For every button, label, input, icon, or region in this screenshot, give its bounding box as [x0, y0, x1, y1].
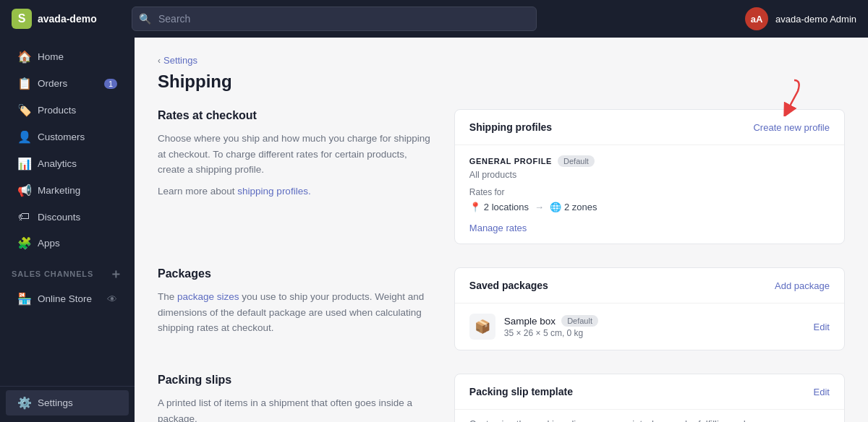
- sidebar-item-label: Discounts: [38, 212, 80, 223]
- edit-package-link[interactable]: Edit: [814, 322, 830, 332]
- add-channel-icon[interactable]: ＋: [109, 265, 123, 283]
- content-rows: Rates at checkout Choose where you ship …: [158, 109, 845, 422]
- saved-packages-title: Saved packages: [469, 280, 548, 291]
- sidebar-item-label: Settings: [38, 397, 73, 408]
- layout: 🏠 Home 📋 Orders 1 🏷️ Products 👤 Customer…: [0, 38, 868, 422]
- arrow-icon: →: [535, 202, 544, 212]
- rates-info: 📍 2 locations → 🌐 2 zones: [469, 202, 830, 212]
- saved-packages-card: Saved packages Add package 📦 Sample box …: [454, 267, 845, 350]
- brand-name: avada-demo: [38, 13, 97, 25]
- sidebar-item-orders[interactable]: 📋 Orders 1: [6, 71, 129, 96]
- channels-section-label: SALES CHANNELS ＋: [0, 257, 135, 285]
- analytics-icon: 📊: [17, 157, 30, 171]
- add-package-button[interactable]: Add package: [775, 280, 830, 291]
- location-icon: 📍: [469, 202, 481, 212]
- sidebar-item-settings[interactable]: ⚙️ Settings: [6, 390, 129, 415]
- profile-label: GENERAL PROFILE: [469, 157, 552, 165]
- top-nav: S avada-demo 🔍 aA avada-demo Admin: [0, 0, 868, 38]
- search-bar: 🔍: [132, 7, 537, 31]
- discounts-icon: 🏷: [17, 210, 30, 223]
- sidebar-item-customers[interactable]: 👤 Customers: [6, 124, 129, 150]
- rates-learn: Learn more about shipping profiles.: [158, 184, 437, 199]
- rates-body: Choose where you ship and how much you c…: [158, 131, 437, 178]
- package-dims: 35 × 26 × 5 cm, 0 kg: [504, 328, 805, 338]
- zones-text: 2 zones: [564, 202, 597, 212]
- channels-label-text: SALES CHANNELS: [12, 270, 93, 278]
- profile-badge: Default: [558, 155, 595, 167]
- globe-icon: 🌐: [550, 202, 561, 212]
- sidebar: 🏠 Home 📋 Orders 1 🏷️ Products 👤 Customer…: [0, 38, 135, 422]
- edit-packing-slip-button[interactable]: Edit: [814, 387, 830, 397]
- packages-row: Packages The package sizes you use to sh…: [158, 267, 845, 350]
- sidebar-item-products[interactable]: 🏷️ Products: [6, 98, 129, 123]
- rates-row: Rates at checkout Choose where you ship …: [158, 109, 845, 244]
- packages-desc: Packages The package sizes you use to sh…: [158, 267, 437, 350]
- packing-slip-template-title: Packing slip template: [469, 386, 573, 397]
- manage-rates-link[interactable]: Manage rates: [455, 223, 844, 244]
- profile-header: GENERAL PROFILE Default: [469, 155, 830, 167]
- packing-slips-title: Packing slips: [158, 374, 437, 387]
- home-icon: 🏠: [17, 50, 30, 64]
- sidebar-item-label: Customers: [38, 132, 85, 142]
- sidebar-item-analytics[interactable]: 📊 Analytics: [6, 151, 129, 176]
- package-row: 📦 Sample box Default 35 × 26 × 5 cm, 0 k…: [455, 303, 844, 350]
- sidebar-item-label: Apps: [38, 238, 60, 249]
- rates-for-label: Rates for: [469, 187, 830, 197]
- sidebar-item-home[interactable]: 🏠 Home: [6, 44, 129, 69]
- sidebar-item-marketing[interactable]: 📢 Marketing: [6, 178, 129, 203]
- packages-title: Packages: [158, 267, 437, 280]
- eye-icon[interactable]: 👁: [107, 293, 117, 305]
- brand-icon: S: [12, 9, 32, 29]
- main-content: ‹ Settings Shipping Rates at checkout Ch…: [135, 38, 868, 422]
- create-new-profile-button[interactable]: Create new profile: [753, 122, 830, 133]
- sidebar-item-label: Analytics: [38, 158, 77, 169]
- apps-icon: 🧩: [17, 236, 30, 250]
- products-icon: 🏷️: [17, 103, 30, 117]
- sidebar-bottom: ⚙️ Settings: [0, 386, 135, 416]
- online-store-icon: 🏪: [17, 292, 30, 306]
- rates-desc: Rates at checkout Choose where you ship …: [158, 109, 437, 244]
- packing-slips-row: Packing slips A printed list of items in…: [158, 374, 845, 422]
- chevron-icon: ‹: [158, 56, 161, 66]
- packing-slips-desc: Packing slips A printed list of items in…: [158, 374, 437, 422]
- sidebar-item-label: Orders: [38, 78, 67, 89]
- shipping-profiles-card: Shipping profiles Create new profile GEN…: [454, 109, 845, 244]
- marketing-icon: 📢: [17, 184, 30, 197]
- sidebar-item-apps[interactable]: 🧩 Apps: [6, 231, 129, 256]
- breadcrumb[interactable]: ‹ Settings: [158, 55, 845, 66]
- packing-slip-template-header: Packing slip template Edit: [455, 374, 844, 410]
- page-title: Shipping: [158, 72, 845, 92]
- settings-icon: ⚙️: [17, 396, 30, 410]
- customers-icon: 👤: [17, 130, 30, 144]
- orders-icon: 📋: [17, 77, 30, 90]
- avatar[interactable]: aA: [745, 7, 768, 30]
- admin-name: avada-demo Admin: [775, 14, 856, 25]
- sidebar-item-label: Online Store: [38, 293, 92, 304]
- saved-packages-header: Saved packages Add package: [455, 268, 844, 303]
- package-name: Sample box Default: [504, 315, 805, 327]
- search-input[interactable]: [132, 7, 537, 31]
- package-info: Sample box Default 35 × 26 × 5 cm, 0 kg: [504, 315, 805, 338]
- packing-slips-body: A printed list of items in a shipment th…: [158, 395, 437, 422]
- profile-sub: All products: [469, 170, 830, 180]
- zone-item: 🌐 2 zones: [550, 202, 597, 212]
- package-badge: Default: [561, 315, 598, 327]
- sidebar-item-label: Home: [38, 51, 64, 62]
- general-profile-row: GENERAL PROFILE Default All products Rat…: [455, 145, 844, 223]
- sidebar-item-online-store[interactable]: 🏪 Online Store 👁: [6, 286, 129, 311]
- brand[interactable]: S avada-demo: [12, 9, 120, 29]
- packing-slip-template-card: Packing slip template Edit Customize the…: [454, 374, 845, 422]
- nav-right: aA avada-demo Admin: [745, 7, 856, 30]
- sidebar-item-discounts[interactable]: 🏷 Discounts: [6, 204, 129, 229]
- package-icon: 📦: [469, 314, 495, 340]
- sidebar-item-label: Products: [38, 105, 76, 116]
- orders-badge: 1: [104, 79, 117, 89]
- sidebar-item-label: Marketing: [38, 185, 80, 196]
- packages-body: The package sizes you use to ship your p…: [158, 289, 437, 336]
- locations-text: 2 locations: [484, 202, 529, 212]
- package-sizes-link[interactable]: package sizes: [177, 291, 239, 302]
- shipping-profiles-title: Shipping profiles: [469, 121, 552, 133]
- shipping-profiles-link[interactable]: shipping profiles.: [237, 186, 310, 197]
- rates-title: Rates at checkout: [158, 109, 437, 122]
- packing-slip-body: Customize the packing slips you can prin…: [455, 410, 844, 422]
